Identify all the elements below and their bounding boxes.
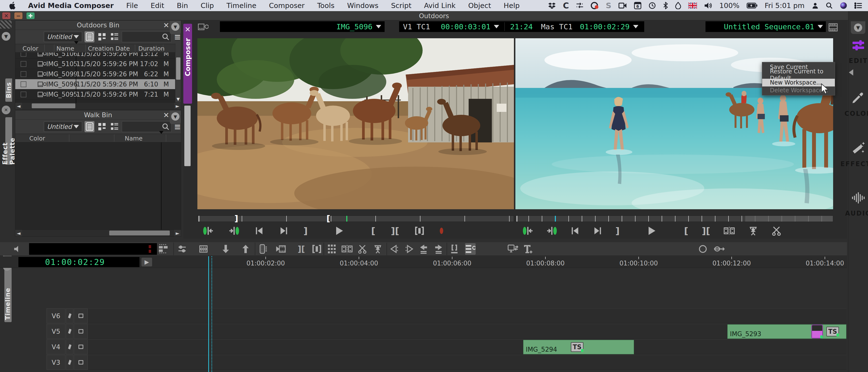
- cut-button[interactable]: [357, 243, 368, 255]
- location-drop-icon[interactable]: [675, 1, 681, 10]
- spotlight-icon[interactable]: [826, 1, 833, 10]
- play-button[interactable]: [335, 225, 343, 237]
- uk-keyboard-icon[interactable]: [688, 1, 697, 10]
- column-name[interactable]: Name: [125, 135, 143, 142]
- walk-bin-fast-menu[interactable]: ▼: [170, 111, 181, 124]
- window-minimize-button[interactable]: −: [14, 12, 23, 20]
- calendar-6-icon[interactable]: 6: [634, 1, 641, 10]
- lift-button[interactable]: [748, 225, 758, 237]
- record-playhead[interactable]: [555, 216, 556, 222]
- source-playhead[interactable]: [346, 216, 347, 222]
- track-lane[interactable]: [88, 308, 846, 323]
- track-panel-toggle[interactable]: [158, 243, 168, 255]
- text-view-button[interactable]: [85, 121, 95, 132]
- bin-row-img-5105[interactable]: IMG_5105 11/5/20 5:59:26 PM 17:02 M: [15, 59, 181, 69]
- video-camera-icon[interactable]: [619, 1, 627, 10]
- record-position-bar[interactable]: [516, 216, 833, 222]
- trim-right-button[interactable]: [404, 243, 414, 255]
- effect-palette-tab[interactable]: Effect Palette: [5, 117, 12, 165]
- menu-windows[interactable]: Windows: [347, 1, 378, 10]
- clip-checkbox[interactable]: [21, 61, 26, 67]
- step-forward-button[interactable]: [279, 225, 288, 237]
- scroll-left-arrow[interactable]: ◄: [15, 230, 22, 236]
- overwrite-arrow-button[interactable]: [240, 243, 251, 255]
- script-view-button[interactable]: [110, 31, 120, 42]
- timewarp-badge[interactable]: TS: [571, 342, 583, 352]
- text-view-button[interactable]: [85, 31, 95, 42]
- cut-button[interactable]: [772, 225, 781, 237]
- composer-tab[interactable]: ✕ Composer: [183, 24, 192, 104]
- grid-button[interactable]: [327, 243, 337, 255]
- go-to-out-button[interactable]: [229, 225, 240, 237]
- monitor-swap-button[interactable]: [507, 243, 518, 255]
- outdoors-bin-titlebar[interactable]: Outdoors Bin ✕: [15, 21, 181, 30]
- script-view-button[interactable]: [110, 121, 120, 132]
- remove-effect-button[interactable]: [276, 243, 286, 255]
- menu-bin[interactable]: Bin: [177, 1, 188, 10]
- sequence-name-menu[interactable]: Untitled Sequence.01: [706, 21, 826, 32]
- clip-img-5294[interactable]: IMG_5294 TS: [523, 340, 634, 354]
- frame-view-button[interactable]: [97, 31, 107, 42]
- clip-checkbox[interactable]: [21, 82, 26, 87]
- go-to-out-button[interactable]: [547, 225, 557, 237]
- track-name-button[interactable]: V3: [46, 355, 65, 370]
- mark-in-button[interactable]: [: [684, 225, 688, 237]
- creative-cloud-icon[interactable]: C: [563, 1, 569, 10]
- segment-link-toggle[interactable]: [465, 243, 476, 255]
- mark-in-out-button[interactable]: ][: [296, 243, 307, 255]
- outdoors-bin-close-icon[interactable]: ✕: [163, 21, 169, 30]
- walk-bin-close-icon[interactable]: ✕: [163, 111, 169, 119]
- track-pen-cell[interactable]: [66, 355, 73, 370]
- dropbox-icon[interactable]: [548, 1, 556, 10]
- mark-out-button[interactable]: ]: [304, 225, 308, 237]
- column-color[interactable]: Color: [23, 45, 38, 52]
- menu-help[interactable]: Help: [504, 1, 520, 10]
- clip-checkbox[interactable]: [21, 92, 26, 97]
- composer-close-icon[interactable]: ✕: [185, 25, 191, 34]
- outdoors-bin-fast-menu[interactable]: ▼: [170, 21, 181, 34]
- pane-drag-handle[interactable]: [0, 20, 11, 29]
- walk-bin-titlebar[interactable]: Walk Bin ✕: [15, 111, 181, 120]
- sidebar-item-effects[interactable]: EFFECTS: [848, 142, 868, 167]
- timecode-displays[interactable]: V1 TC1 00:00:03:01 21:24 Mas TC1 01:00:0…: [399, 21, 644, 32]
- track-name-button[interactable]: V6: [46, 308, 65, 323]
- screen-record-icon[interactable]: [591, 1, 598, 10]
- source-clip-name-menu[interactable]: IMG_5096: [220, 21, 384, 32]
- splice-button[interactable]: [341, 243, 352, 255]
- scroll-right-arrow[interactable]: ►: [174, 103, 181, 109]
- menu-item-restore-current[interactable]: Restore Current to Default...: [762, 71, 835, 79]
- frame-view-button[interactable]: [97, 121, 107, 132]
- menu-file[interactable]: File: [126, 1, 138, 10]
- menu-object[interactable]: Object: [468, 1, 491, 10]
- pane-fast-menu-button[interactable]: ▼: [2, 32, 10, 41]
- motion-effect-button[interactable]: [258, 243, 269, 255]
- bluetooth-icon[interactable]: [663, 1, 668, 10]
- pane-close-button[interactable]: ✕: [2, 105, 10, 114]
- track-lane[interactable]: IMG_5293 TS: [88, 324, 846, 339]
- sidebar-fast-menu[interactable]: ▼: [851, 21, 865, 34]
- column-color[interactable]: Color: [29, 135, 45, 142]
- time-machine-icon[interactable]: [649, 1, 656, 10]
- clear-marks-button[interactable]: [440, 225, 443, 237]
- mark-in-button[interactable]: [: [371, 225, 375, 237]
- control-list-icon[interactable]: [855, 1, 862, 10]
- text-tool-button[interactable]: [523, 243, 533, 255]
- track-name-button[interactable]: V5: [46, 324, 65, 339]
- mark-clip-button[interactable]: [311, 243, 322, 255]
- mark-in-out-button[interactable]: ][: [391, 225, 399, 237]
- bins-tab[interactable]: Bins: [5, 79, 12, 102]
- menu-app-name[interactable]: Avid Media Composer: [28, 1, 114, 10]
- clip-img-5293[interactable]: IMG_5293 TS: [727, 324, 846, 339]
- mark-clip-button[interactable]: [414, 225, 424, 237]
- track-monitor-cell[interactable]: [74, 339, 88, 354]
- track-pen-cell[interactable]: [66, 324, 73, 339]
- mark-in-out-button[interactable]: ][: [702, 225, 710, 237]
- outdoors-bin-horizontal-scrollbar[interactable]: ◄ ►: [15, 102, 181, 109]
- menu-avid-link[interactable]: Avid Link: [424, 1, 456, 10]
- sidebar-collapse-icon[interactable]: [849, 69, 853, 75]
- walk-bin-horizontal-scrollbar[interactable]: ◄ ►: [15, 229, 181, 237]
- mark-out-button[interactable]: ]: [615, 225, 620, 237]
- scroll-left-arrow[interactable]: ◄: [15, 103, 22, 109]
- step-backward-button[interactable]: [255, 225, 264, 237]
- splice-in-arrow-button[interactable]: [220, 243, 231, 255]
